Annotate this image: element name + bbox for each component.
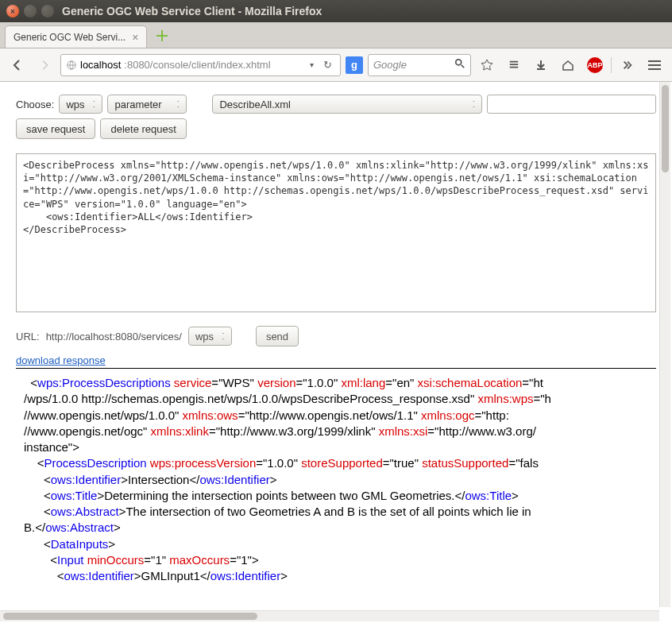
browser-tab[interactable]: Generic OGC Web Servi... × [5, 25, 147, 48]
horizontal-scroll-thumb[interactable] [3, 613, 257, 620]
send-button[interactable]: send [256, 326, 299, 346]
home-icon [562, 59, 574, 72]
file-select[interactable]: DescribeAll.xml [212, 95, 482, 114]
adblock-icon: ABP [587, 57, 603, 73]
endpoint-select[interactable]: wps [188, 327, 232, 346]
url-dropdown-icon[interactable]: ▾ [307, 60, 317, 69]
arrow-left-icon [11, 59, 24, 72]
star-button[interactable] [476, 54, 498, 76]
page-content: Choose: wps parameter DescribeAll.xml sa… [0, 82, 672, 623]
list-icon [508, 60, 519, 71]
menu-button[interactable] [643, 54, 666, 76]
browser-navbar: localhost:8080/console/client/index.xhtm… [0, 48, 672, 82]
response-viewer: <wps:ProcessDescriptions service="WPS" v… [16, 375, 656, 584]
forward-button[interactable] [33, 54, 56, 76]
window-title: Generic OGC Web Service Client - Mozilla… [62, 5, 322, 17]
plus-icon [156, 30, 168, 41]
hamburger-icon [645, 57, 664, 73]
browser-tabbar: Generic OGC Web Servi... × [0, 22, 672, 48]
save-request-button[interactable]: save request [16, 118, 95, 139]
reader-button[interactable] [503, 54, 525, 76]
delete-request-button[interactable]: delete request [100, 118, 186, 139]
url-bar[interactable]: localhost:8080/console/client/index.xhtm… [60, 54, 341, 76]
type-select[interactable]: parameter [107, 95, 187, 114]
url-value: http://localhost:8080/services/ [46, 331, 182, 342]
adblock-button[interactable]: ABP [584, 54, 606, 76]
download-icon [535, 59, 547, 72]
download-response-link[interactable]: download response [16, 354, 106, 366]
search-engine-icon[interactable]: g [346, 56, 363, 74]
request-textarea[interactable] [16, 153, 656, 312]
vertical-scroll-thumb[interactable] [662, 85, 669, 172]
star-icon [481, 59, 493, 72]
reload-icon[interactable]: ↻ [320, 59, 335, 71]
url-label: URL: [16, 331, 40, 342]
vertical-scrollbar[interactable] [659, 82, 670, 607]
new-tab-button[interactable] [153, 27, 171, 44]
url-host: localhost [80, 59, 121, 71]
search-icon[interactable] [454, 58, 465, 72]
downloads-button[interactable] [530, 54, 552, 76]
back-button[interactable] [6, 54, 29, 76]
svg-point-1 [456, 60, 462, 65]
chevron-double-right-icon [622, 60, 633, 71]
search-placeholder: Google [373, 59, 407, 71]
tab-close-icon[interactable]: × [132, 31, 138, 44]
window-titlebar: × Generic OGC Web Service Client - Mozil… [0, 0, 672, 22]
home-button[interactable] [557, 54, 579, 76]
choose-label: Choose: [16, 99, 54, 110]
service-select[interactable]: wps [59, 95, 102, 114]
globe-icon [66, 60, 77, 71]
search-box[interactable]: Google [368, 54, 471, 76]
window-minimize-button[interactable] [24, 5, 37, 17]
horizontal-scrollbar[interactable] [0, 610, 659, 621]
window-maximize-button[interactable] [41, 5, 54, 17]
divider [16, 368, 656, 369]
overflow-button[interactable] [616, 54, 639, 76]
extra-input[interactable] [487, 95, 656, 114]
url-path: :8080/console/client/index.xhtml [124, 59, 270, 71]
window-close-button[interactable]: × [6, 5, 19, 17]
arrow-right-icon [39, 60, 50, 71]
tab-title: Generic OGC Web Servi... [14, 32, 126, 43]
